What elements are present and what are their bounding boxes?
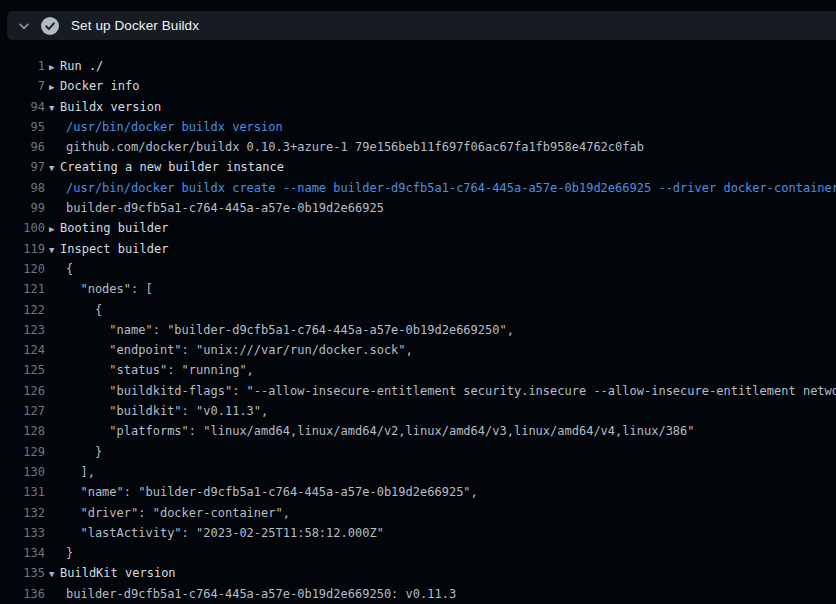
output-text: "status": "running", — [45, 360, 836, 380]
chevron-down-icon[interactable] — [9, 11, 39, 40]
output-text: { — [45, 259, 836, 279]
output-text: builder-d9cfb5a1-c764-445a-a57e-0b19d2e6… — [45, 584, 836, 604]
line-number-link[interactable]: 134 — [0, 543, 45, 563]
line-number-link[interactable]: 132 — [0, 503, 45, 523]
line-number-link[interactable]: 128 — [0, 421, 45, 441]
line-number-link[interactable]: 129 — [0, 442, 45, 462]
log-line: 95/usr/bin/docker buildx version — [0, 117, 836, 137]
line-text: Run ./ — [60, 59, 103, 73]
log-line: 127 "buildkit": "v0.11.3", — [0, 401, 836, 421]
line-number-link[interactable]: 135 — [0, 563, 45, 583]
group-expanded-icon[interactable]: ▼ — [49, 158, 60, 177]
group-toggle[interactable]: ▶Run ./ — [45, 56, 836, 76]
group-toggle[interactable]: ▼BuildKit version — [45, 563, 836, 583]
line-number-link[interactable]: 94 — [0, 97, 45, 117]
log-line: 121 "nodes": [ — [0, 279, 836, 299]
log-line: 124 "endpoint": "unix:///var/run/docker.… — [0, 340, 836, 360]
output-text: } — [45, 543, 836, 563]
log-line: 132 "driver": "docker-container", — [0, 503, 836, 523]
line-text: /usr/bin/docker buildx version — [66, 120, 283, 134]
log-line[interactable]: 119▼Inspect builder — [0, 239, 836, 259]
output-text: "name": "builder-d9cfb5a1-c764-445a-a57e… — [45, 482, 836, 502]
group-toggle[interactable]: ▶Booting builder — [45, 218, 836, 238]
line-text: builder-d9cfb5a1-c764-445a-a57e-0b19d2e6… — [66, 587, 456, 601]
line-number-link[interactable]: 125 — [0, 360, 45, 380]
line-number-link[interactable]: 130 — [0, 462, 45, 482]
line-number-link[interactable]: 121 — [0, 279, 45, 299]
output-text: "lastActivity": "2023-02-25T11:58:12.000… — [45, 523, 836, 543]
line-number-link[interactable]: 7 — [0, 76, 45, 96]
group-toggle[interactable]: ▶Docker info — [45, 76, 836, 96]
line-number-link[interactable]: 99 — [0, 198, 45, 218]
log-line[interactable]: 94▼Buildx version — [0, 97, 836, 117]
line-number-link[interactable]: 97 — [0, 157, 45, 177]
line-number-link[interactable]: 95 — [0, 117, 45, 137]
line-text: github.com/docker/buildx 0.10.3+azure-1 … — [66, 140, 644, 154]
line-number-link[interactable]: 136 — [0, 584, 45, 604]
line-text: Creating a new builder instance — [60, 160, 284, 174]
log-line: 128 "platforms": "linux/amd64,linux/amd6… — [0, 421, 836, 441]
line-text: Inspect builder — [60, 242, 168, 256]
output-text: "platforms": "linux/amd64,linux/amd64/v2… — [45, 421, 836, 441]
log-line[interactable]: 7▶Docker info — [0, 76, 836, 96]
command-text: /usr/bin/docker buildx version — [45, 117, 836, 137]
line-text: "name": "builder-d9cfb5a1-c764-445a-a57e… — [66, 323, 514, 337]
log-line: 96github.com/docker/buildx 0.10.3+azure-… — [0, 137, 836, 157]
log-line[interactable]: 97▼Creating a new builder instance — [0, 157, 836, 177]
line-number-link[interactable]: 100 — [0, 218, 45, 238]
line-number-link[interactable]: 123 — [0, 320, 45, 340]
line-number-link[interactable]: 127 — [0, 401, 45, 421]
line-number-link[interactable]: 119 — [0, 239, 45, 259]
group-expanded-icon[interactable]: ▼ — [49, 98, 60, 117]
group-toggle[interactable]: ▼Buildx version — [45, 97, 836, 117]
line-text: ], — [66, 465, 95, 479]
log-line[interactable]: 1▶Run ./ — [0, 56, 836, 76]
output-text: "buildkit": "v0.11.3", — [45, 401, 836, 421]
line-text: "buildkit": "v0.11.3", — [66, 404, 268, 418]
line-number-link[interactable]: 98 — [0, 178, 45, 198]
log-line[interactable]: 100▶Booting builder — [0, 218, 836, 238]
group-toggle[interactable]: ▼Creating a new builder instance — [45, 157, 836, 177]
line-text: Docker info — [60, 79, 139, 93]
output-text: github.com/docker/buildx 0.10.3+azure-1 … — [45, 137, 836, 157]
line-text: { — [66, 303, 102, 317]
line-number-link[interactable]: 122 — [0, 300, 45, 320]
log-line: 133 "lastActivity": "2023-02-25T11:58:12… — [0, 523, 836, 543]
step-header[interactable]: Set up Docker Buildx — [7, 11, 836, 40]
line-number-link[interactable]: 133 — [0, 523, 45, 543]
output-text: ], — [45, 462, 836, 482]
group-collapsed-icon[interactable]: ▶ — [49, 77, 60, 96]
line-number-link[interactable]: 131 — [0, 482, 45, 502]
line-number-link[interactable]: 126 — [0, 381, 45, 401]
line-text: "name": "builder-d9cfb5a1-c764-445a-a57e… — [66, 485, 478, 499]
line-text: Buildx version — [60, 100, 161, 114]
command-text: /usr/bin/docker buildx create --name bui… — [45, 178, 836, 198]
line-text: Booting builder — [60, 221, 168, 235]
line-number-link[interactable]: 1 — [0, 56, 45, 76]
line-text: builder-d9cfb5a1-c764-445a-a57e-0b19d2e6… — [66, 201, 384, 215]
line-number-link[interactable]: 96 — [0, 137, 45, 157]
line-number-link[interactable]: 120 — [0, 259, 45, 279]
group-expanded-icon[interactable]: ▼ — [49, 240, 60, 259]
output-text: "driver": "docker-container", — [45, 503, 836, 523]
output-text: { — [45, 300, 836, 320]
group-expanded-icon[interactable]: ▼ — [49, 564, 60, 583]
output-text: "endpoint": "unix:///var/run/docker.sock… — [45, 340, 836, 360]
group-toggle[interactable]: ▼Inspect builder — [45, 239, 836, 259]
step-title: Set up Docker Buildx — [71, 18, 199, 33]
line-text: "driver": "docker-container", — [66, 506, 290, 520]
log-line: 120{ — [0, 259, 836, 279]
line-text: "lastActivity": "2023-02-25T11:58:12.000… — [66, 526, 384, 540]
log-line[interactable]: 135▼BuildKit version — [0, 563, 836, 583]
line-number-link[interactable]: 124 — [0, 340, 45, 360]
line-text: } — [66, 445, 102, 459]
log-line: 130 ], — [0, 462, 836, 482]
group-collapsed-icon[interactable]: ▶ — [49, 219, 60, 238]
line-text: } — [66, 546, 73, 560]
output-text: builder-d9cfb5a1-c764-445a-a57e-0b19d2e6… — [45, 198, 836, 218]
output-text: } — [45, 442, 836, 462]
log-line: 99builder-d9cfb5a1-c764-445a-a57e-0b19d2… — [0, 198, 836, 218]
line-text: { — [66, 262, 73, 276]
log: 1▶Run ./7▶Docker info94▼Buildx version95… — [0, 56, 836, 604]
group-collapsed-icon[interactable]: ▶ — [49, 57, 60, 76]
